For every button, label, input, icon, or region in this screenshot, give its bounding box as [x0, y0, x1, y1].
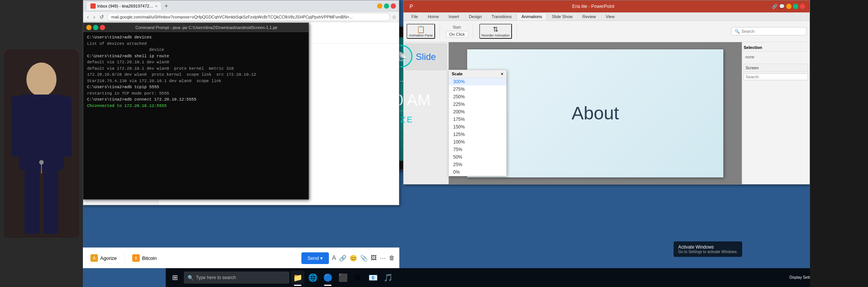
scale-150[interactable]: 150%	[449, 123, 506, 131]
terminal-close[interactable]	[100, 25, 105, 30]
scale-25[interactable]: 25%	[449, 161, 506, 168]
terminal-body[interactable]: C:\Users\tina2>adb devices List of devic…	[83, 32, 309, 199]
terminal-titlebar: Command Prompt - java -jar C:\Users\tina…	[83, 23, 309, 32]
terminal-minimize[interactable]	[86, 25, 92, 30]
ppt-slide-about: About	[572, 103, 619, 124]
svg-rect-3	[11, 96, 23, 157]
terminal-line: C:\Users\tina2>adb tcpip 5555	[87, 84, 305, 90]
ppt-tab-file[interactable]: File	[406, 12, 423, 20]
activate-windows-subtext: Go to Settings to activate Windows.	[678, 250, 738, 254]
delete-compose-icon[interactable]: 🗑	[389, 255, 395, 261]
format-icon[interactable]: A	[332, 255, 336, 261]
ppt-animation-pane-group: 📋 Animation Pane	[406, 24, 440, 39]
bookmark-icon[interactable]: ☆	[392, 14, 397, 20]
link-icon[interactable]: 🔗	[339, 255, 347, 262]
scale-200[interactable]: 200%	[449, 108, 506, 116]
address-bar[interactable]: mail.google.com/mail/u/0/#inbox?compose=…	[107, 13, 390, 21]
ppt-tab-insert[interactable]: Insert	[444, 12, 464, 20]
terminal-window: Command Prompt - java -jar C:\Users\tina…	[83, 23, 309, 200]
ppt-tab-animations[interactable]: Animations	[517, 12, 547, 20]
taskbar-edge[interactable]: 🌐	[306, 271, 319, 284]
taskbar-terminal-app[interactable]: ⬛	[336, 271, 350, 284]
svg-rect-2	[19, 95, 64, 170]
ppt-close[interactable]	[800, 4, 805, 9]
bitcoin-item[interactable]: ₿ Bitcoin	[129, 253, 160, 263]
scale-225[interactable]: 225%	[449, 101, 506, 108]
agorize-bar: A Agorize ₿ Bitcoin Send ▾ A 🔗 😊 📎 🖼 ⋯ 🗑	[83, 247, 399, 268]
ppt-comment-icon[interactable]: 💬	[779, 4, 785, 9]
taskbar-app-7[interactable]: 🎵	[381, 271, 395, 284]
taskbar-settings[interactable]: ⚙	[351, 271, 365, 284]
ppt-minimize[interactable]	[786, 4, 792, 9]
attachment-icon[interactable]: 📎	[360, 255, 368, 262]
ppt-slide-about-text: About	[572, 103, 619, 124]
send-label: Send	[307, 255, 319, 261]
taskbar-file-explorer[interactable]: 📁	[291, 271, 304, 284]
scale-75[interactable]: 75%	[449, 146, 506, 153]
ppt-panel-search-input[interactable]	[744, 73, 808, 80]
scale-300[interactable]: 300%	[449, 78, 506, 85]
ppt-tab-design[interactable]: Design	[464, 12, 487, 20]
start-button[interactable]: ⊞	[167, 270, 182, 285]
scale-close-icon[interactable]: ×	[501, 72, 503, 76]
ppt-on-click-button[interactable]: On Click	[446, 31, 469, 38]
ppt-titlebar: P Eria lite - PowerPoint 🔗 💬	[403, 0, 810, 12]
image-insert-icon[interactable]: 🖼	[371, 255, 377, 261]
browser-tab[interactable]: Inbox (949) - tina269197472@gm... ×	[86, 2, 162, 10]
reorder-icon: ⇅	[493, 25, 498, 34]
scale-50[interactable]: 50%	[449, 153, 506, 161]
search-icon: 🔍	[735, 29, 740, 34]
taskbar: ⊞ 🔍 Type here to search 📁 🌐 🔵 ⬛ ⚙ 📧 🎵	[166, 268, 810, 287]
tab-favicon	[90, 3, 96, 9]
scale-0[interactable]: 0%	[449, 168, 506, 176]
forward-button[interactable]: ›	[92, 13, 97, 21]
scale-header: Scale ×	[449, 70, 506, 78]
taskbar-search-icon: 🔍	[188, 275, 194, 281]
ppt-share-icon[interactable]: 🔗	[772, 4, 778, 9]
ppt-maximize[interactable]	[793, 4, 798, 9]
taskbar-chrome[interactable]: 🔵	[321, 271, 335, 284]
ppt-tab-home[interactable]: Home	[423, 12, 444, 20]
scale-275[interactable]: 275%	[449, 85, 506, 93]
scale-250[interactable]: 250%	[449, 93, 506, 101]
tab-close-icon[interactable]: ×	[155, 4, 157, 8]
taskbar-app-6[interactable]: 📧	[366, 271, 380, 284]
ppt-search-area[interactable]	[744, 73, 808, 80]
display-settings-label[interactable]: Display Settings	[790, 275, 810, 279]
activate-windows-text: Activate Windows	[678, 244, 738, 250]
close-button[interactable]	[391, 3, 396, 9]
compose-send-button[interactable]: Send ▾	[301, 252, 329, 264]
more-options-icon[interactable]: ⋯	[380, 255, 386, 262]
animation-pane-icon: 📋	[417, 25, 425, 34]
emoji-icon[interactable]: 😊	[350, 255, 357, 262]
terminal-maximize[interactable]	[93, 25, 98, 30]
ppt-tab-transitions[interactable]: Transitions	[487, 12, 517, 20]
agorize-label: Agorize	[100, 255, 117, 261]
ppt-tab-review[interactable]: Review	[578, 12, 601, 20]
ppt-animation-pane-button[interactable]: 📋 Animation Pane	[406, 24, 435, 39]
terminal-line: C:\Users\tina2>adb devices	[87, 34, 305, 41]
activation-notice[interactable]: Activate Windows Go to Settings to activ…	[674, 241, 742, 257]
terminal-line: List of devices attached	[87, 41, 305, 47]
minimize-button[interactable]	[377, 3, 382, 9]
taskbar-search-placeholder: Type here to search	[196, 275, 236, 280]
svg-rect-6	[43, 166, 58, 234]
scale-100[interactable]: 100%	[449, 138, 506, 146]
new-tab-icon[interactable]: +	[163, 3, 170, 9]
ppt-tab-view[interactable]: View	[601, 12, 620, 20]
scale-125[interactable]: 125%	[449, 131, 506, 138]
ppt-ribbon-tabs: File Home Insert Design Transitions Anim…	[403, 12, 810, 21]
app6-icon: 📧	[368, 273, 378, 282]
ppt-search-input[interactable]	[741, 29, 803, 34]
ppt-reorder-button[interactable]: ⇅ Reorder Animation	[479, 24, 512, 39]
maximize-button[interactable]	[384, 3, 389, 9]
window-controls	[377, 3, 396, 9]
back-button[interactable]: ‹	[86, 13, 90, 21]
ppt-search-bar[interactable]: 🔍	[731, 27, 807, 35]
scale-175[interactable]: 175%	[449, 116, 506, 123]
agorize-item[interactable]: A Agorize	[87, 253, 120, 263]
refresh-button[interactable]: ↺	[98, 13, 105, 21]
taskbar-search-bar[interactable]: 🔍 Type here to search	[184, 272, 289, 284]
person-panel	[0, 0, 83, 287]
ppt-tab-slideshow[interactable]: Slide Show	[547, 12, 578, 20]
